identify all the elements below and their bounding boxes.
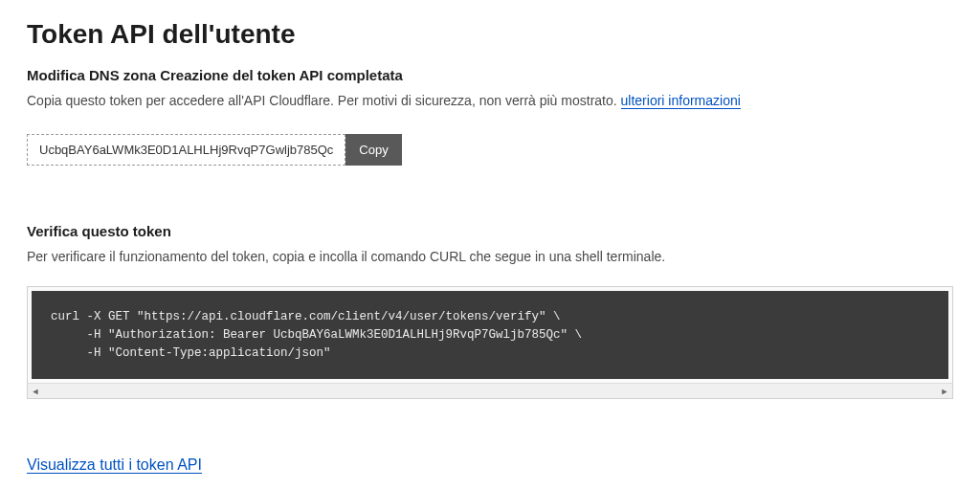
token-created-heading: Modifica DNS zona Creazione del token AP… [27,67,953,83]
page-title: Token API dell'utente [27,19,953,50]
token-created-description: Copia questo token per accedere all'API … [27,91,953,111]
copy-button[interactable]: Copy [345,134,401,166]
token-created-section: Modifica DNS zona Creazione del token AP… [27,67,953,111]
more-info-link[interactable]: ulteriori informazioni [621,93,741,109]
description-text: Copia questo token per accedere all'API … [27,93,621,108]
verify-description: Per verificare il funzionamento del toke… [27,247,953,267]
token-value-box[interactable]: UcbqBAY6aLWMk3E0D1ALHLHj9RvqP7Gwljb785Qc [27,134,345,166]
verify-heading: Verifica questo token [27,223,953,239]
view-all-tokens-link[interactable]: Visualizza tutti i token API [27,456,202,474]
verify-section: Verifica questo token Per verificare il … [27,223,953,399]
footer-link-row: Visualizza tutti i token API [27,456,953,474]
horizontal-scrollbar[interactable]: ◄ ► [28,383,952,398]
token-row: UcbqBAY6aLWMk3E0D1ALHLHj9RvqP7Gwljb785Qc… [27,134,953,166]
curl-code-block[interactable]: curl -X GET "https://api.cloudflare.com/… [32,291,948,379]
scroll-right-icon[interactable]: ► [939,386,950,397]
scroll-left-icon[interactable]: ◄ [30,386,41,397]
code-container: curl -X GET "https://api.cloudflare.com/… [27,286,953,399]
